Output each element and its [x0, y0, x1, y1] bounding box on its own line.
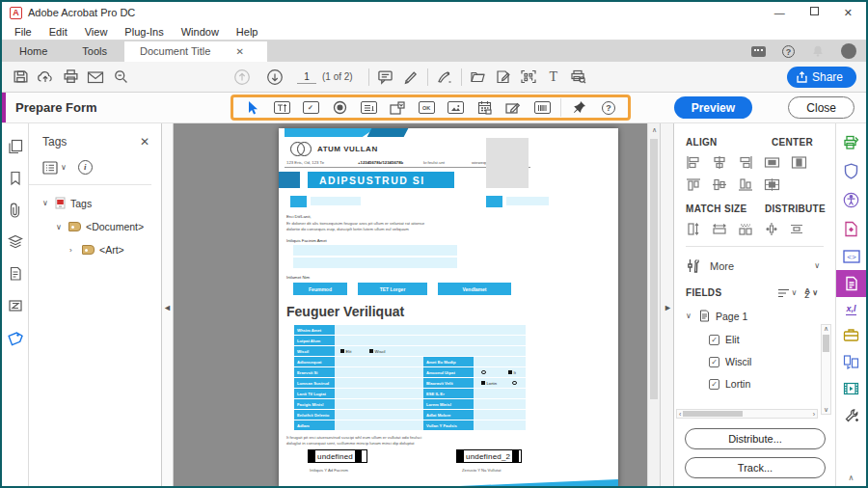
align-top-icon[interactable]	[686, 177, 701, 192]
image-field-tool[interactable]	[442, 98, 469, 117]
edit-pdf-icon[interactable]	[491, 67, 516, 88]
form-button-3[interactable]: Vendlamet	[438, 283, 511, 295]
previous-page-icon[interactable]	[230, 67, 255, 88]
expand-right-panel-icon[interactable]: ►	[664, 303, 672, 312]
checkbox-tool[interactable]: ✓	[297, 98, 324, 117]
art-tag-node[interactable]: › <Art>	[42, 244, 161, 256]
button-tool[interactable]: OK	[413, 98, 440, 117]
scan-qr-icon[interactable]	[516, 67, 541, 88]
tags-panel-close-icon[interactable]: ✕	[140, 135, 149, 149]
menu-window[interactable]: Window	[173, 26, 228, 38]
customize-tools-icon[interactable]	[844, 408, 859, 423]
tags-info-icon[interactable]: i	[78, 160, 93, 175]
distribute-horizontally-icon[interactable]	[789, 222, 804, 236]
signature-field-tool[interactable]	[500, 98, 527, 117]
page-thumbnails-icon[interactable]	[8, 139, 23, 154]
field-item-lortin[interactable]: ✓ Lortin	[686, 378, 824, 390]
save-icon[interactable]	[8, 67, 33, 88]
fields-sort-order-icon[interactable]: ∨	[777, 288, 798, 298]
document-vertical-scrollbar[interactable]: ∧	[647, 123, 660, 486]
more-tools-row[interactable]: More ∨	[686, 258, 824, 274]
zoom-icon[interactable]	[108, 67, 133, 88]
radio-empty-2[interactable]	[512, 381, 517, 386]
tab-close-icon[interactable]: ✕	[235, 46, 243, 57]
field-item-elit[interactable]: ✓ Elit	[686, 334, 824, 345]
javascript-tool-icon[interactable]: <>	[843, 250, 860, 263]
fill-sign-pen-icon[interactable]	[432, 67, 457, 88]
menu-edit[interactable]: Edit	[41, 26, 76, 38]
scroll-down-icon[interactable]: ∨	[822, 406, 830, 414]
fields-horizontal-scrollbar[interactable]: ‹ ›	[676, 409, 818, 419]
export-pdf-icon[interactable]	[843, 135, 859, 150]
scrollbar-thumb[interactable]	[650, 139, 658, 399]
fields-page-node[interactable]: ∨ Page 1	[686, 310, 824, 322]
radio-empty-1[interactable]	[481, 370, 486, 375]
briefcase-icon[interactable]	[843, 328, 859, 341]
center-vertically-icon[interactable]	[791, 155, 807, 170]
scroll-up-icon[interactable]: ∧	[822, 325, 830, 333]
pdf-standards-icon[interactable]	[844, 221, 858, 237]
align-bottom-icon[interactable]	[738, 177, 753, 192]
close-form-button[interactable]: Close	[788, 96, 854, 119]
maximize-button[interactable]	[810, 7, 819, 15]
scrollbar-thumb[interactable]	[683, 411, 743, 417]
center-horizontally-icon[interactable]	[764, 155, 780, 170]
fields-sort-az-icon[interactable]: AZ∨	[804, 288, 818, 298]
print-production-icon[interactable]	[566, 67, 591, 88]
form-button-1[interactable]: Feummod	[293, 283, 347, 295]
scroll-right-icon[interactable]: ›	[813, 411, 815, 418]
track-button[interactable]: Track...	[685, 457, 826, 478]
match-height-icon[interactable]	[686, 222, 701, 236]
tab-tools[interactable]: Tools	[65, 41, 124, 62]
match-both-icon[interactable]	[738, 222, 753, 236]
tags-options-button[interactable]: ∨	[42, 161, 67, 175]
accessibility-icon[interactable]	[843, 192, 859, 208]
distribute-button[interactable]: Distribute...	[685, 428, 826, 449]
preview-button[interactable]: Preview	[674, 96, 752, 119]
tags-root-node[interactable]: ∨ Tags	[42, 197, 161, 209]
add-text-icon[interactable]: T	[541, 67, 566, 88]
match-width-icon[interactable]	[712, 222, 727, 236]
field-item-wiscil[interactable]: ✓ Wiscil	[686, 356, 824, 367]
minimize-button[interactable]: —	[774, 7, 785, 19]
comment-icon[interactable]	[373, 67, 398, 88]
form-text-field[interactable]	[293, 258, 457, 268]
form-help-icon[interactable]: ?	[595, 98, 622, 117]
compare-files-icon[interactable]	[843, 354, 859, 369]
rail-scroll-up-icon[interactable]: ∧	[849, 474, 854, 482]
layers-icon[interactable]	[8, 234, 23, 250]
keep-tool-selected-pin-icon[interactable]	[566, 98, 593, 117]
highlighter-icon[interactable]	[398, 67, 423, 88]
collapse-left-panel-icon[interactable]: ◄	[163, 303, 172, 312]
open-file-icon[interactable]	[466, 67, 491, 88]
text-field-tool[interactable]	[268, 98, 295, 117]
scroll-left-icon[interactable]: ‹	[679, 411, 681, 418]
page-number-input[interactable]	[297, 69, 316, 84]
list-box-tool[interactable]	[355, 98, 382, 117]
distribute-vertically-icon[interactable]	[764, 222, 778, 236]
checkbox-wiscil[interactable]: Wiscil	[369, 349, 385, 354]
next-page-icon[interactable]	[262, 67, 287, 88]
share-button[interactable]: Share	[787, 67, 856, 88]
export-excel-icon[interactable]: x,l	[846, 304, 855, 315]
checkbox-lortin[interactable]: Lortin	[481, 381, 497, 386]
form-button-2[interactable]: TET Lorger	[358, 283, 427, 295]
menu-help[interactable]: Help	[228, 26, 267, 38]
fields-vertical-scrollbar[interactable]: ∧ ∨	[821, 324, 831, 415]
menu-file[interactable]: File	[6, 26, 41, 38]
notifications-bell-icon[interactable]	[811, 44, 825, 58]
destinations-icon[interactable]	[8, 298, 23, 313]
content-icon[interactable]	[9, 266, 22, 282]
rich-media-video-icon[interactable]	[843, 382, 859, 395]
menu-plugins[interactable]: Plug-Ins	[116, 26, 172, 38]
upload-cloud-icon[interactable]	[33, 67, 58, 88]
date-field-tool[interactable]	[471, 98, 498, 117]
align-left-icon[interactable]	[686, 155, 701, 170]
align-h-center-icon[interactable]	[712, 155, 727, 170]
barcode-field-tool[interactable]	[529, 98, 556, 117]
scrollbar-thumb[interactable]	[823, 335, 829, 352]
user-avatar[interactable]	[841, 43, 856, 59]
pdf-page[interactable]: ATUM VULLAN 123 Eris, Od, 123 Te +123456…	[279, 128, 618, 488]
feedback-bubble-icon[interactable]	[751, 46, 766, 57]
tab-document-title[interactable]: Document Title ✕	[124, 41, 267, 62]
